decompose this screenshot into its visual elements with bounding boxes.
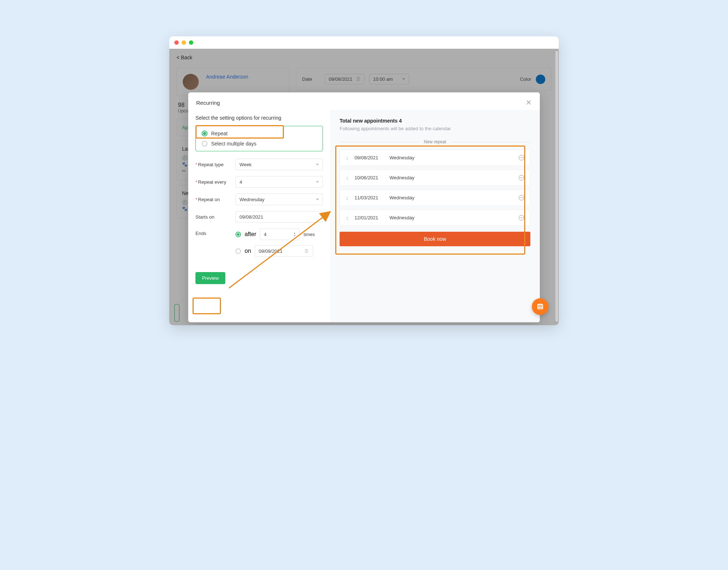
modal-title: Recurring	[196, 100, 220, 106]
window-max-dot[interactable]	[189, 40, 193, 45]
chevron-down-icon	[316, 164, 319, 166]
svg-rect-5	[542, 305, 542, 307]
highlight-outline	[174, 304, 179, 322]
window-close-dot[interactable]	[174, 40, 179, 45]
user-name[interactable]: Andreae Anderson	[206, 74, 248, 80]
expand-down-icon[interactable]: ⌄⌄	[346, 156, 349, 160]
repeat-option-label: Repeat	[211, 131, 228, 136]
calendar-icon: 🗓	[304, 248, 309, 254]
appointment-list: ⌄⌄ 09/08/2021 Wednesday ⌄⌄	[340, 150, 530, 226]
intercom-launcher[interactable]	[532, 298, 549, 315]
remove-icon[interactable]	[519, 215, 524, 220]
svg-rect-3	[539, 305, 540, 308]
ends-on-label: on	[245, 248, 251, 254]
svg-rect-4	[541, 305, 541, 308]
date-label: Date	[302, 76, 320, 82]
ends-on-date-input[interactable]: 09/09/2021 🗓	[255, 245, 313, 257]
window-titlebar	[169, 36, 559, 49]
svg-rect-2	[538, 305, 539, 307]
appointment-row[interactable]: ⌄⌄ 09/08/2021 Wednesday	[340, 150, 530, 166]
starts-on-input[interactable]: 09/08/2021	[236, 211, 323, 223]
modal-left-panel: Select the setting options for recurring…	[188, 110, 330, 322]
chat-icon	[536, 303, 544, 311]
ends-after-label: after	[245, 231, 256, 238]
new-repeat-divider: New repeat	[340, 139, 530, 144]
recurring-modal: Recurring ✕ Select the setting options f…	[188, 92, 540, 322]
clock-icon: 🕘	[182, 200, 187, 205]
close-icon[interactable]: ✕	[526, 98, 532, 107]
mode-radio-group: Repeat Select multiple days	[195, 126, 323, 151]
total-appointments-title: Total new appointments 4	[340, 118, 530, 124]
clock-icon: 🕘	[182, 155, 187, 160]
ends-after-radio[interactable]	[236, 232, 241, 237]
expand-down-icon[interactable]: ⌄⌄	[346, 176, 349, 180]
modal-right-panel: Total new appointments 4 Following appoi…	[330, 110, 540, 322]
pet-icon: 🐾	[182, 206, 187, 211]
appointment-row[interactable]: ⌄⌄ 12/01/2021 Wednesday	[340, 210, 530, 226]
book-now-button[interactable]: Book now	[340, 232, 530, 246]
repeat-option[interactable]: Repeat	[202, 131, 317, 136]
chevron-down-icon	[316, 181, 319, 183]
date-input[interactable]: 09/08/2021 🗓	[325, 74, 365, 84]
appointment-row[interactable]: ⌄⌄ 10/06/2021 Wednesday	[340, 170, 530, 186]
ends-on-radio[interactable]	[236, 248, 241, 254]
repeat-type-select[interactable]: Week	[236, 159, 323, 170]
back-link[interactable]: < Back	[177, 55, 551, 60]
pet-icon: 🐾	[182, 162, 187, 167]
chevron-down-icon	[316, 199, 319, 200]
starts-on-label: Starts on	[195, 214, 231, 220]
color-swatch[interactable]	[536, 75, 545, 84]
repeat-on-label: *Repeat on	[195, 197, 231, 202]
total-subtitle: Following appointments will be added to …	[340, 126, 530, 131]
service-icon: ✂	[182, 168, 186, 174]
multiple-days-option[interactable]: Select multiple days	[202, 141, 317, 147]
color-label: Color	[520, 76, 531, 82]
instruction-text: Select the setting options for recurring	[195, 115, 323, 121]
remove-icon[interactable]	[519, 155, 524, 160]
remove-icon[interactable]	[519, 175, 524, 180]
ends-times-input[interactable]: 4 ▲▼	[260, 228, 300, 240]
radio-checked-icon	[202, 131, 207, 136]
repeat-on-select[interactable]: Wednesday	[236, 194, 323, 205]
ends-label: Ends	[195, 228, 231, 236]
stepper-icon[interactable]: ▲▼	[293, 232, 296, 237]
appointment-row[interactable]: ⌄⌄ 11/03/2021 Wednesday	[340, 190, 530, 206]
scrollbar[interactable]	[555, 50, 558, 322]
radio-unchecked-icon	[202, 141, 207, 147]
calendar-icon: 🗓	[356, 76, 361, 82]
times-label: times	[304, 232, 315, 237]
app-window: < Back Andreae Anderson	[169, 36, 559, 325]
preview-button[interactable]: Preview	[195, 272, 225, 284]
repeat-type-label: *Repeat type	[195, 162, 231, 167]
multiple-days-option-label: Select multiple days	[211, 141, 257, 147]
annotation-highlight	[193, 298, 221, 314]
repeat-every-select[interactable]: 4	[236, 176, 323, 188]
expand-down-icon[interactable]: ⌄⌄	[346, 196, 349, 200]
window-min-dot[interactable]	[182, 40, 186, 45]
time-input[interactable]: 10:00 am	[369, 74, 409, 84]
remove-icon[interactable]	[519, 195, 524, 200]
user-avatar	[183, 74, 199, 90]
repeat-every-label: *Repeat every	[195, 179, 231, 185]
chevron-down-icon	[402, 78, 405, 80]
expand-down-icon[interactable]: ⌄⌄	[346, 216, 349, 220]
